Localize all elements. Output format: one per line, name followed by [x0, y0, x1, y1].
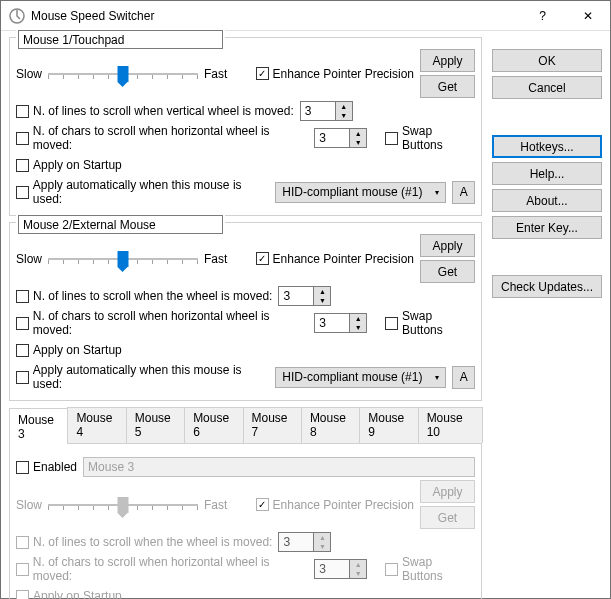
chars-checkbox[interactable]: N. of chars to scroll when horizontal wh…: [16, 309, 308, 337]
swap-buttons-checkbox: Swap Buttons: [385, 555, 475, 583]
right-panel: OK Cancel Hotkeys... Help... About... En…: [492, 37, 602, 599]
a-button[interactable]: A: [452, 181, 475, 204]
chars-spinner[interactable]: ▲▼: [314, 313, 367, 333]
lines-spinner[interactable]: ▲▼: [300, 101, 353, 121]
tab-mouse5[interactable]: Mouse 5: [126, 407, 185, 443]
help-button[interactable]: Help...: [492, 162, 602, 185]
swap-buttons-checkbox[interactable]: Swap Buttons: [385, 124, 475, 152]
titlebar: Mouse Speed Switcher ? ✕: [1, 1, 610, 31]
fast-label: Fast: [204, 67, 227, 81]
a-button[interactable]: A: [452, 366, 475, 389]
chevron-down-icon: ▾: [428, 188, 445, 197]
apply-startup-checkbox[interactable]: Apply on Startup: [16, 343, 122, 357]
lines-spinner[interactable]: ▲▼: [278, 286, 331, 306]
apply-button: Apply: [420, 480, 475, 503]
lines-checkbox[interactable]: N. of lines to scroll when the wheel is …: [16, 289, 272, 303]
enhance-precision-checkbox[interactable]: Enhance Pointer Precision: [256, 67, 414, 81]
enterkey-button[interactable]: Enter Key...: [492, 216, 602, 239]
mouse1-name-input[interactable]: [18, 30, 223, 49]
mouse-name-input: [83, 457, 475, 477]
get-button: Get: [420, 506, 475, 529]
tab-mouse6[interactable]: Mouse 6: [184, 407, 243, 443]
apply-startup-checkbox: Apply on Startup: [16, 589, 122, 599]
enabled-checkbox[interactable]: Enabled: [16, 460, 77, 474]
ok-button[interactable]: OK: [492, 49, 602, 72]
hotkeys-button[interactable]: Hotkeys...: [492, 135, 602, 158]
mouse2-name-input[interactable]: [18, 215, 223, 234]
tab-mouse8[interactable]: Mouse 8: [301, 407, 360, 443]
help-button[interactable]: ?: [520, 1, 565, 31]
tab-content: Enabled Slow Fast Enhance Pointer Precis…: [9, 444, 482, 599]
chars-checkbox: N. of chars to scroll when horizontal wh…: [16, 555, 308, 583]
chars-spinner: ▲▼: [314, 559, 367, 579]
speed-slider[interactable]: [48, 249, 198, 269]
speed-slider[interactable]: [48, 64, 198, 84]
tab-mouse10[interactable]: Mouse 10: [418, 407, 483, 443]
window-title: Mouse Speed Switcher: [31, 9, 520, 23]
enhance-precision-checkbox: Enhance Pointer Precision: [256, 498, 414, 512]
app-icon: [9, 8, 25, 24]
about-button[interactable]: About...: [492, 189, 602, 212]
main-window: Mouse Speed Switcher ? ✕ Slow Fast: [0, 0, 611, 599]
mouse1-group: Slow Fast Enhance Pointer Precision Appl…: [9, 37, 482, 216]
close-button[interactable]: ✕: [565, 1, 610, 31]
lines-checkbox[interactable]: N. of lines to scroll when vertical whee…: [16, 104, 294, 118]
enhance-precision-checkbox[interactable]: Enhance Pointer Precision: [256, 252, 414, 266]
tab-mouse9[interactable]: Mouse 9: [359, 407, 418, 443]
apply-auto-checkbox[interactable]: Apply automatically when this mouse is u…: [16, 178, 269, 206]
swap-buttons-checkbox[interactable]: Swap Buttons: [385, 309, 475, 337]
mouse-tabs: Mouse 3 Mouse 4 Mouse 5 Mouse 6 Mouse 7 …: [9, 407, 482, 444]
tab-mouse7[interactable]: Mouse 7: [243, 407, 302, 443]
lines-spinner: ▲▼: [278, 532, 331, 552]
apply-auto-checkbox[interactable]: Apply automatically when this mouse is u…: [16, 363, 269, 391]
device-combo[interactable]: HID-compliant mouse (#1)▾: [275, 367, 446, 388]
speed-slider: [48, 495, 198, 515]
apply-startup-checkbox[interactable]: Apply on Startup: [16, 158, 122, 172]
tab-mouse3[interactable]: Mouse 3: [9, 408, 68, 444]
check-updates-button[interactable]: Check Updates...: [492, 275, 602, 298]
lines-checkbox: N. of lines to scroll when the wheel is …: [16, 535, 272, 549]
apply-button[interactable]: Apply: [420, 234, 475, 257]
tab-mouse4[interactable]: Mouse 4: [67, 407, 126, 443]
apply-button[interactable]: Apply: [420, 49, 475, 72]
chars-spinner[interactable]: ▲▼: [314, 128, 367, 148]
slow-label: Slow: [16, 67, 42, 81]
get-button[interactable]: Get: [420, 260, 475, 283]
device-combo[interactable]: HID-compliant mouse (#1)▾: [275, 182, 446, 203]
down-arrow-icon: ▼: [336, 111, 352, 120]
up-arrow-icon: ▲: [336, 102, 352, 111]
mouse2-group: Slow Fast Enhance Pointer Precision Appl…: [9, 222, 482, 401]
get-button[interactable]: Get: [420, 75, 475, 98]
cancel-button[interactable]: Cancel: [492, 76, 602, 99]
chars-checkbox[interactable]: N. of chars to scroll when horizontal wh…: [16, 124, 308, 152]
